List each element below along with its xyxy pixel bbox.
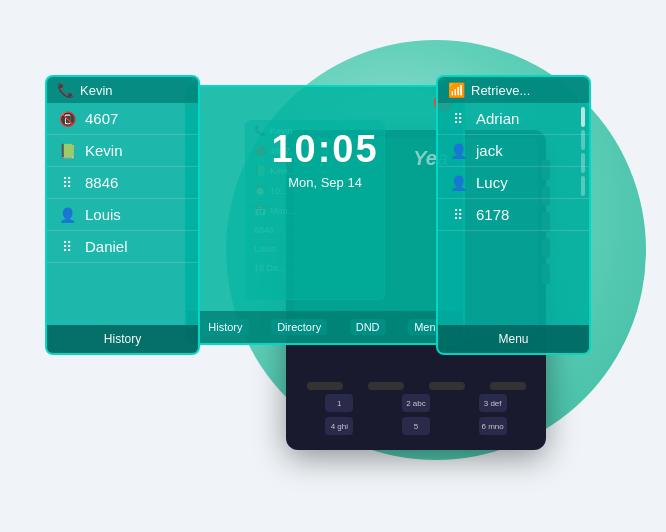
menu-item-text-adrian: Adrian: [476, 110, 519, 127]
scroll-bar-1: [581, 107, 585, 127]
scroll-bar-3: [581, 153, 585, 173]
keypad-row-1: 1 2 abc 3 def: [301, 394, 531, 412]
dialpad-icon-8846: ⠿: [57, 175, 77, 191]
key-2[interactable]: 2 abc: [402, 394, 430, 412]
contact-green-icon-jack: 👤: [448, 143, 468, 159]
dialpad-icon-adrian: ⠿: [448, 111, 468, 127]
keypad-row-2: 4 ghi 5 6 mno: [301, 417, 531, 435]
history-footer-label: History: [104, 332, 141, 346]
soft-button-1[interactable]: [307, 382, 343, 390]
main-screen-footer: History Directory DND Menu: [187, 311, 463, 343]
history-item-kevin[interactable]: 📗 Kevin: [47, 135, 198, 167]
menu-item-6178[interactable]: ⠿ 6178: [438, 199, 589, 231]
wifi-icon: 📶: [448, 82, 465, 98]
history-panel-footer: History: [47, 325, 198, 353]
menu-panel-header: 📶 Retrieve...: [438, 77, 589, 103]
outgoing-call-icon: 📗: [57, 143, 77, 159]
menu-footer-label: Menu: [498, 332, 528, 346]
history-item-daniel[interactable]: ⠿ Daniel: [47, 231, 198, 263]
scroll-bar-2: [581, 130, 585, 150]
scroll-indicator: [581, 107, 585, 227]
soft-button-3[interactable]: [429, 382, 465, 390]
menu-item-text-jack: jack: [476, 142, 503, 159]
main-date-display: Mon, Sep 14: [187, 175, 463, 190]
history-item-4607[interactable]: 📵 4607: [47, 103, 198, 135]
key-3[interactable]: 3 def: [479, 394, 507, 412]
contact-green-icon-lucy: 👤: [448, 175, 468, 191]
footer-directory-button[interactable]: Directory: [271, 319, 327, 335]
key-1[interactable]: 1: [325, 394, 353, 412]
menu-panel: 📶 Retrieve... ⠿ Adrian 👤 jack 👤 Lucy ⠿ 6…: [436, 75, 591, 355]
main-screen-header: 🔴: [187, 87, 463, 118]
history-panel: 📞 Kevin 📵 4607 📗 Kevin ⠿ 8846 👤 Louis ⠿ …: [45, 75, 200, 355]
history-item-text-louis: Louis: [85, 206, 121, 223]
footer-dnd-button[interactable]: DND: [350, 319, 386, 335]
scroll-bar-4: [581, 176, 585, 196]
phone-keypad: 1 2 abc 3 def 4 ghi 5 6 mno: [301, 394, 531, 440]
menu-panel-footer: Menu: [438, 325, 589, 353]
menu-item-lucy[interactable]: 👤 Lucy: [438, 167, 589, 199]
soft-button-4[interactable]: [490, 382, 526, 390]
history-item-text-4607: 4607: [85, 110, 118, 127]
history-item-text-8846: 8846: [85, 174, 118, 191]
history-item-8846[interactable]: ⠿ 8846: [47, 167, 198, 199]
history-panel-header: 📞 Kevin: [47, 77, 198, 103]
history-item-text-kevin: Kevin: [85, 142, 123, 159]
menu-header-text: Retrieve...: [471, 83, 530, 98]
phone-soft-buttons: [294, 382, 538, 390]
missed-call-icon: 📵: [57, 111, 77, 127]
footer-history-button[interactable]: History: [202, 319, 248, 335]
main-screen: 🔴 10:05 Mon, Sep 14 Yea History Director…: [185, 85, 465, 345]
contact-red-icon: 👤: [57, 207, 77, 223]
key-6[interactable]: 6 mno: [479, 417, 507, 435]
history-item-text-daniel: Daniel: [85, 238, 128, 255]
history-item-louis[interactable]: 👤 Louis: [47, 199, 198, 231]
dialpad-icon-daniel: ⠿: [57, 239, 77, 255]
soft-button-2[interactable]: [368, 382, 404, 390]
key-5[interactable]: 5: [402, 417, 430, 435]
menu-item-text-lucy: Lucy: [476, 174, 508, 191]
history-header-text: Kevin: [80, 83, 113, 98]
key-4[interactable]: 4 ghi: [325, 417, 353, 435]
menu-item-jack[interactable]: 👤 jack: [438, 135, 589, 167]
menu-item-adrian[interactable]: ⠿ Adrian: [438, 103, 589, 135]
dialpad-icon-6178: ⠿: [448, 207, 468, 223]
history-header-icon: 📞: [57, 82, 74, 98]
menu-item-text-6178: 6178: [476, 206, 509, 223]
